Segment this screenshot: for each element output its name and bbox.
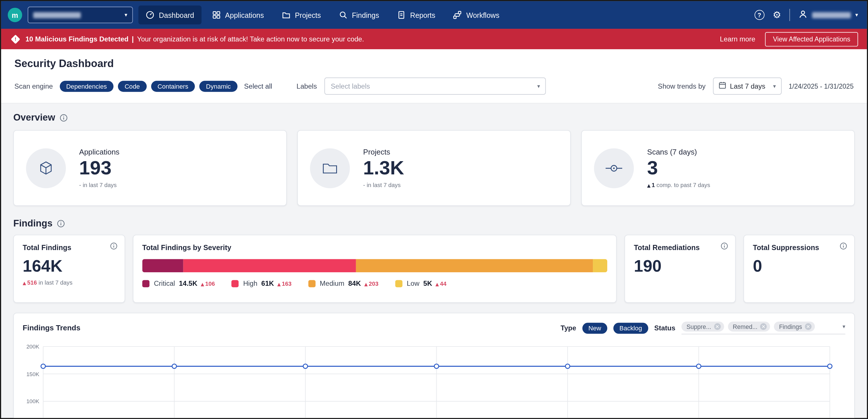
gauge-icon [146,11,155,20]
card-note: - in last 7 days [79,181,119,188]
overview-cards: Applications 193 - in last 7 days Projec… [13,130,855,206]
card-value: 190 [634,257,726,276]
severity-segment-low [593,259,607,272]
folder-icon [310,148,350,188]
dashboard-body: Overview Applications 193 - in last 7 da… [1,103,867,419]
status-label: Status [654,324,675,332]
divider [789,9,790,21]
user-name-redacted [812,12,851,18]
view-affected-applications-button[interactable]: View Affected Applications [765,32,858,46]
type-pill-backlog[interactable]: Backlog [613,322,648,333]
nav-label: Findings [352,11,379,19]
y-tick-label: 150K [27,371,39,377]
nav-label: Workflows [466,11,499,19]
engine-pill-code[interactable]: Code [118,80,147,92]
y-tick-label: 100K [27,398,39,404]
warning-diamond-icon: ! [11,34,21,44]
y-tick-label: 200K [27,344,39,350]
card-value: 0 [753,257,845,276]
main-nav: Dashboard Applications Projects Findings… [138,5,506,24]
info-icon[interactable] [110,242,117,250]
type-label: Type [561,324,576,332]
overview-section-header: Overview [13,104,855,124]
scan-engine-label: Scan engine [14,82,53,90]
card-title: Total Findings [23,244,116,252]
settings-gear-icon[interactable]: ⚙ [773,10,781,20]
arrow-up-icon [200,282,204,287]
status-multiselect[interactable]: Suppre... ✕ Remed... ✕ Findings ✕ ▾ [682,322,845,334]
severity-segment-critical [142,259,183,272]
date-range: 1/24/2025 - 1/31/2025 [788,82,854,90]
page-title: Security Dashboard [14,58,854,70]
user-avatar-icon [798,9,808,21]
total-findings-card: Total Findings 164K 516 in last 7 days [13,235,125,303]
card-content: Projects 1.3K - in last 7 days [363,148,404,188]
labels-input[interactable] [331,82,537,90]
engine-pill-containers[interactable]: Containers [151,80,195,92]
apps-grid-icon [212,11,221,20]
severity-value: 84K [348,280,361,287]
alert-separator: | [132,35,134,43]
labels-label: Labels [297,82,317,90]
select-all-link[interactable]: Select all [244,82,272,90]
nav-applications[interactable]: Applications [205,5,271,24]
severity-name: Low [407,280,419,287]
severity-name: Critical [154,280,175,287]
engine-pill-dependencies[interactable]: Dependencies [60,80,114,92]
total-suppressions-card: Total Suppressions 0 [743,235,855,303]
nav-dashboard[interactable]: Dashboard [138,5,202,24]
help-icon[interactable]: ? [754,10,765,20]
severity-segment-high [183,259,356,272]
nav-findings[interactable]: Findings [332,5,386,24]
card-note-text: comp. to past 7 days [656,181,710,188]
chip-remove-icon[interactable]: ✕ [761,323,767,330]
trend-period-select[interactable]: Last 7 days ▾ [713,77,782,95]
card-note: 1 comp. to past 7 days [647,181,710,188]
chevron-down-icon: ▾ [843,324,845,329]
user-menu[interactable]: ▾ [798,9,858,21]
card-title: Total Findings by Severity [142,244,607,252]
nav-workflows[interactable]: Workflows [446,5,506,24]
nav-label: Reports [410,11,435,19]
severity-swatch [308,280,315,287]
severity-value: 14.5K [179,280,197,287]
nav-reports[interactable]: Reports [390,5,443,24]
engine-pill-dynamic[interactable]: Dynamic [199,80,238,92]
arrow-up-icon [23,281,26,286]
info-icon[interactable] [721,242,728,250]
nav-projects[interactable]: Projects [275,5,329,24]
trend-period-value: Last 7 days [730,82,769,90]
status-chip-suppressed: Suppre... ✕ [682,322,724,332]
info-icon[interactable] [840,242,847,250]
chip-remove-icon[interactable]: ✕ [805,323,811,330]
type-pill-new[interactable]: New [582,322,607,333]
card-title: Total Remediations [634,244,726,252]
trends-plot[interactable] [43,347,830,419]
learn-more-link[interactable]: Learn more [720,35,755,43]
severity-swatch [232,280,239,287]
mend-logo[interactable]: m [8,8,22,22]
trends-chart: 200K150K100K [23,343,845,419]
chevron-down-icon: ▾ [855,12,858,18]
total-remediations-card: Total Remediations 190 [624,235,736,303]
card-note-text: in last 7 days [38,279,72,286]
report-icon [397,11,406,20]
trends-y-axis: 200K150K100K [23,347,41,419]
card-label: Applications [79,148,119,156]
info-icon[interactable] [60,114,67,122]
org-selector[interactable]: ▾ [28,7,133,23]
chip-remove-icon[interactable]: ✕ [714,323,721,330]
security-dashboard-app: m ▾ Dashboard Applications Projects Find… [0,0,868,419]
nav-label: Applications [225,11,264,19]
chevron-down-icon: ▾ [773,83,776,89]
severity-delta: 163 [277,280,291,287]
info-icon[interactable] [57,220,65,228]
arrow-up-icon [647,183,651,188]
labels-select[interactable]: ▾ [324,77,546,95]
card-note: - in last 7 days [363,181,404,188]
overview-heading: Overview [13,112,55,123]
calendar-icon [718,82,726,91]
trends-header: Findings Trends Type New Backlog Status … [23,322,845,334]
legend-item-medium: Medium 84K 203 [308,280,378,287]
show-trends-by-label: Show trends by [658,82,706,90]
